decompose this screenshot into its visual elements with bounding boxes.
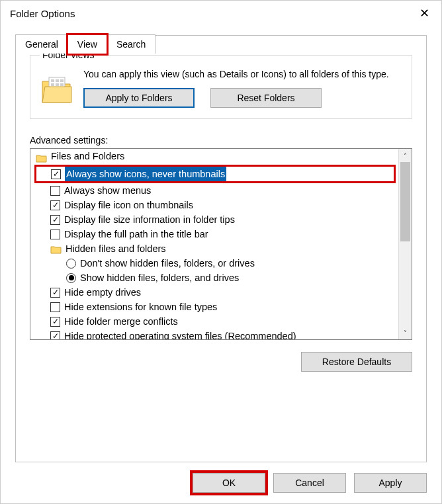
- radio-icon[interactable]: [66, 273, 76, 283]
- checkbox-icon[interactable]: [50, 215, 60, 225]
- tree-item-display-full-path[interactable]: Display the full path in the title bar: [36, 227, 396, 241]
- tree-item-dont-show-hidden[interactable]: Don't show hidden files, folders, or dri…: [36, 256, 396, 271]
- tree-item-always-show-icons[interactable]: Always show icons, never thumbnails: [34, 165, 396, 183]
- tree-group-files-and-folders: Files and Folders: [36, 150, 396, 165]
- folder-views-group: Folder views You can apply this view (su…: [30, 50, 412, 119]
- tree-item-hide-protected-os-files[interactable]: Hide protected operating system files (R…: [36, 329, 396, 339]
- tab-view[interactable]: View: [67, 34, 107, 54]
- tree-item-hide-extensions[interactable]: Hide extensions for known file types: [36, 300, 396, 314]
- window-title: Folder Options: [10, 8, 75, 19]
- restore-defaults-button[interactable]: Restore Defaults: [301, 352, 412, 372]
- tab-general[interactable]: General: [15, 34, 68, 54]
- tree-item-show-hidden[interactable]: Show hidden files, folders, and drives: [36, 271, 396, 285]
- folder-icon: [50, 244, 62, 254]
- ok-button[interactable]: OK: [193, 473, 265, 493]
- checkbox-icon[interactable]: [50, 186, 60, 196]
- svg-rect-3: [60, 79, 64, 82]
- svg-rect-2: [56, 79, 59, 82]
- checkbox-icon[interactable]: [51, 169, 61, 179]
- tree-group-hidden-files: Hidden files and folders: [36, 241, 396, 256]
- svg-rect-5: [56, 83, 59, 86]
- close-icon[interactable]: ✕: [415, 4, 433, 22]
- folder-views-description: You can apply this view (such as Details…: [83, 68, 402, 80]
- folder-icon: [40, 72, 74, 106]
- scroll-down-icon[interactable]: ˅: [399, 326, 412, 339]
- scroll-thumb[interactable]: [400, 162, 410, 241]
- tree-item-always-show-menus[interactable]: Always show menus: [36, 183, 396, 198]
- tab-view-content: Folder views You can apply this view (su…: [15, 35, 427, 462]
- advanced-settings-tree: Files and Folders Always show icons, nev…: [30, 148, 412, 340]
- apply-to-folders-button[interactable]: Apply to Folders: [83, 88, 195, 108]
- tree-item-hide-merge-conflicts[interactable]: Hide folder merge conflicts: [36, 314, 396, 329]
- tree-item-display-file-icon[interactable]: Display file icon on thumbnails: [36, 198, 396, 212]
- checkbox-icon[interactable]: [50, 200, 60, 210]
- advanced-settings-label: Advanced settings:: [30, 135, 412, 146]
- checkbox-icon[interactable]: [50, 230, 60, 239]
- checkbox-icon[interactable]: [50, 302, 60, 312]
- cancel-button[interactable]: Cancel: [273, 473, 346, 493]
- scroll-track[interactable]: [399, 162, 412, 326]
- apply-button[interactable]: Apply: [354, 473, 427, 493]
- tab-search[interactable]: Search: [107, 34, 155, 54]
- tree-item-hide-empty-drives[interactable]: Hide empty drives: [36, 285, 396, 300]
- tree-item-display-file-size[interactable]: Display file size information in folder …: [36, 212, 396, 227]
- radio-icon[interactable]: [66, 259, 76, 269]
- checkbox-icon[interactable]: [50, 288, 60, 298]
- scroll-up-icon[interactable]: ˄: [399, 149, 412, 162]
- titlebar: Folder Options ✕: [1, 1, 441, 26]
- svg-rect-6: [60, 83, 64, 86]
- scrollbar[interactable]: ˄ ˅: [398, 149, 412, 339]
- dialog-buttons: OK Cancel Apply: [193, 473, 427, 493]
- svg-rect-4: [51, 83, 54, 86]
- folder-options-dialog: Folder Options ✕ General View Search Fol…: [0, 0, 442, 504]
- checkbox-icon[interactable]: [50, 331, 60, 340]
- checkbox-icon[interactable]: [50, 317, 60, 327]
- svg-rect-1: [51, 79, 54, 82]
- folder-icon: [36, 153, 47, 163]
- reset-folders-button[interactable]: Reset Folders: [210, 88, 322, 108]
